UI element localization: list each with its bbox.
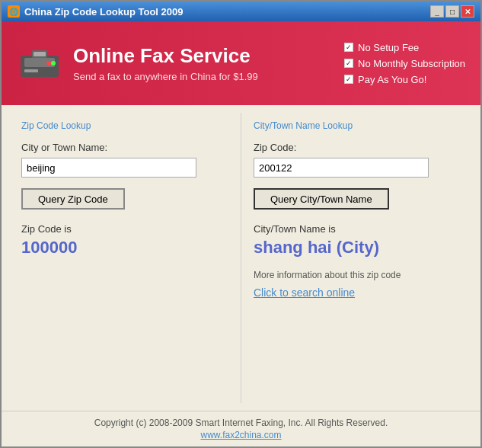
search-online-link[interactable]: Click to search online xyxy=(254,286,461,299)
checkbox-icon-1: ✓ xyxy=(344,59,353,68)
zip-result-label: Zip Code is xyxy=(21,223,228,235)
query-city-button[interactable]: Query City/Town Name xyxy=(254,188,389,210)
checkbox-icon-2: ✓ xyxy=(344,75,353,84)
city-result-label: City/Town Name is xyxy=(254,223,461,235)
checkbox-icon-0: ✓ xyxy=(344,43,353,52)
zip-lookup-panel: Zip Code Lookup City or Town Name: Query… xyxy=(9,113,241,403)
city-lookup-panel-title: City/Town Name Lookup xyxy=(254,120,461,131)
zip-input-label: Zip Code: xyxy=(254,142,461,153)
footer: Copyright (c) 2008-2009 Smart Internet F… xyxy=(2,411,480,446)
svg-point-6 xyxy=(51,61,56,66)
close-button[interactable]: ✕ xyxy=(461,5,474,18)
window-controls: _ □ ✕ xyxy=(430,5,474,18)
header-left: Online Fax Service Send a fax to anywher… xyxy=(17,44,258,82)
feature-label-0: No Setup Fee xyxy=(358,42,419,53)
features-list: ✓ No Setup Fee ✓ No Monthly Subscription… xyxy=(344,42,465,85)
more-info-text: More information about this zip code xyxy=(254,270,461,280)
city-lookup-panel: City/Town Name Lookup Zip Code: Query Ci… xyxy=(241,113,473,403)
feature-label-1: No Monthly Subscription xyxy=(358,58,465,69)
maximize-button[interactable]: □ xyxy=(445,5,459,18)
feature-label-2: Pay As You Go! xyxy=(358,74,426,85)
svg-rect-4 xyxy=(34,52,46,56)
city-result-value: shang hai (City) xyxy=(254,238,461,258)
feature-item-2: ✓ Pay As You Go! xyxy=(344,74,465,85)
zip-lookup-panel-title: Zip Code Lookup xyxy=(21,120,228,131)
minimize-button[interactable]: _ xyxy=(430,5,444,18)
fax-machine-icon xyxy=(17,44,62,82)
header-subtitle: Send a fax to anywhere in China for $1.9… xyxy=(73,71,258,82)
app-icon: 🌐 xyxy=(8,5,20,18)
feature-item-1: ✓ No Monthly Subscription xyxy=(344,58,465,69)
city-input-label: City or Town Name: xyxy=(21,142,228,153)
header-title: Online Fax Service xyxy=(73,44,258,68)
svg-point-5 xyxy=(46,61,51,66)
header-banner: Online Fax Service Send a fax to anywher… xyxy=(2,21,480,105)
copyright-text: Copyright (c) 2008-2009 Smart Internet F… xyxy=(8,418,474,428)
svg-rect-2 xyxy=(24,69,38,72)
zip-result-value: 100000 xyxy=(21,238,228,258)
website-link[interactable]: www.fax2china.com xyxy=(8,430,474,440)
title-bar: 🌐 China Zip Code Lookup Tool 2009 _ □ ✕ xyxy=(2,2,480,21)
city-input[interactable] xyxy=(21,158,196,178)
query-zip-button[interactable]: Query Zip Code xyxy=(21,188,125,210)
main-window: 🌐 China Zip Code Lookup Tool 2009 _ □ ✕ xyxy=(0,0,482,448)
zip-input[interactable] xyxy=(254,158,429,178)
window-title: China Zip Code Lookup Tool 2009 xyxy=(24,6,184,18)
feature-item-0: ✓ No Setup Fee xyxy=(344,42,465,53)
title-bar-left: 🌐 China Zip Code Lookup Tool 2009 xyxy=(8,5,184,18)
main-content: Zip Code Lookup City or Town Name: Query… xyxy=(2,105,480,411)
header-text: Online Fax Service Send a fax to anywher… xyxy=(73,44,258,82)
